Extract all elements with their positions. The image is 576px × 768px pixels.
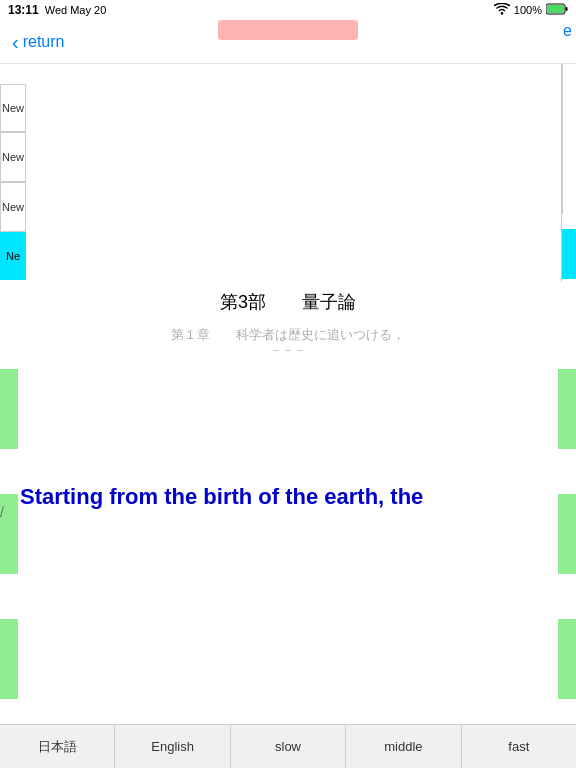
battery-icon bbox=[546, 3, 568, 17]
btn-middle[interactable]: middle bbox=[346, 725, 461, 768]
bottom-toolbar: 日本語 English slow middle fast bbox=[0, 724, 576, 768]
battery-percent: 100% bbox=[514, 4, 542, 16]
green-block-right-3 bbox=[558, 619, 576, 699]
slash-left: / bbox=[0, 504, 14, 520]
btn-slow[interactable]: slow bbox=[231, 725, 346, 768]
status-date: Wed May 20 bbox=[45, 4, 107, 16]
section-title: 第3部 量子論 bbox=[0, 282, 576, 322]
top-right-partial: e bbox=[559, 20, 576, 42]
back-label: return bbox=[23, 33, 65, 51]
right-block-2 bbox=[562, 114, 576, 164]
new-label-3: New bbox=[0, 182, 26, 232]
btn-fast[interactable]: fast bbox=[462, 725, 576, 768]
back-button[interactable]: ‹ return bbox=[12, 32, 64, 52]
status-bar: 13:11 Wed May 20 100% bbox=[0, 0, 576, 20]
right-cyan-block bbox=[562, 229, 576, 279]
new-label-2: New bbox=[0, 132, 26, 182]
right-block-top bbox=[562, 64, 576, 114]
green-block-left-1 bbox=[0, 369, 18, 449]
main-content: New New New Ne 第3部 量子論 第１章 科学者は歴史に追いつける，… bbox=[0, 64, 576, 724]
btn-japanese[interactable]: 日本語 bbox=[0, 725, 115, 768]
right-block-3 bbox=[562, 164, 576, 214]
svg-rect-2 bbox=[547, 5, 564, 13]
back-chevron-icon: ‹ bbox=[12, 32, 19, 52]
green-block-right-1 bbox=[558, 369, 576, 449]
btn-english[interactable]: English bbox=[115, 725, 230, 768]
new-label-highlight: Ne bbox=[0, 232, 26, 280]
chapter-subtitle-line2: －－－ bbox=[0, 342, 576, 359]
main-sentence: Starting from the birth of the earth, th… bbox=[20, 484, 576, 510]
green-block-left-3 bbox=[0, 619, 18, 699]
wifi-icon bbox=[494, 3, 510, 17]
top-highlight-bar bbox=[218, 20, 358, 40]
status-right: 100% bbox=[494, 3, 568, 17]
status-time: 13:11 bbox=[8, 3, 39, 17]
svg-point-0 bbox=[501, 12, 503, 14]
new-label-1: New bbox=[0, 84, 26, 132]
svg-rect-3 bbox=[566, 7, 568, 11]
